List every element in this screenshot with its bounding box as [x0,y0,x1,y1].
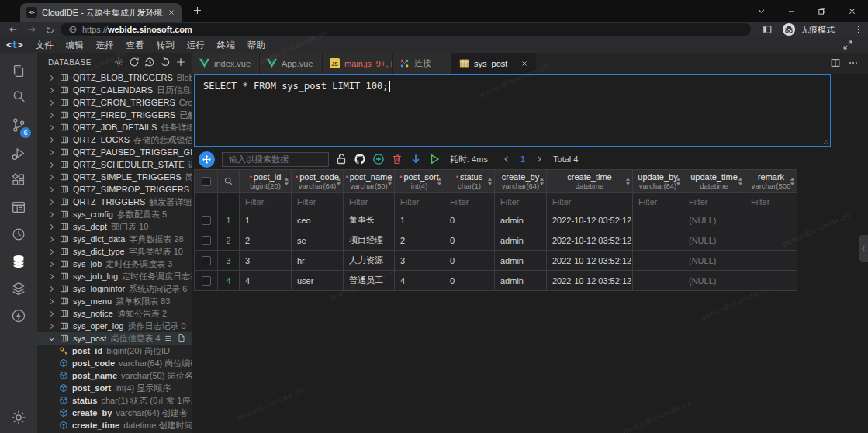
cell-create_by[interactable]: admin [495,210,547,230]
sort-icon[interactable] [539,177,545,185]
tree-item-QRTZ_CRON_TRIGGERS[interactable]: QRTZ_CRON_TRIGGERSCron类型... [37,96,192,109]
cell-create_time[interactable]: 2022-10-12 03:52:12 [547,271,633,291]
download-icon[interactable] [410,153,422,165]
menu-item-5[interactable]: 运行 [181,40,211,51]
tree-item-sys_dict_type[interactable]: sys_dict_type字典类型表 10 [37,245,192,258]
cell-create_by[interactable]: admin [495,251,547,271]
tree-item-sys_dict_data[interactable]: sys_dict_data字典数据表 28 [37,233,192,245]
more-actions-icon[interactable] [848,57,859,68]
cell-status[interactable]: 0 [444,251,495,271]
cell-create_time[interactable]: 2022-10-12 03:52:12 [547,230,633,251]
row-number[interactable]: 2 [218,230,240,251]
column-header-update_by[interactable]: update_byvarchar(64) [633,170,683,193]
filter-input-post_code[interactable]: Filter [292,193,344,210]
activity-app-preview-icon[interactable] [0,196,37,219]
row-number[interactable]: 1 [218,210,240,230]
tree-item-sys_oper_log[interactable]: sys_oper_log操作日志记录 0 [37,320,192,332]
fullscreen-icon[interactable] [842,40,853,50]
column-header-remark[interactable]: remarkvarchar(500 [745,170,797,193]
cell-post_code[interactable]: ceo [292,210,344,230]
sidebar-refresh-icon[interactable] [160,57,171,68]
run-query-icon[interactable] [428,153,441,165]
cell-post_sort[interactable]: 1 [395,210,444,230]
activity-search-icon[interactable] [0,85,37,108]
cell-status[interactable]: 0 [444,230,495,251]
back-icon[interactable] [8,24,19,35]
cell-create_time[interactable]: 2022-10-12 03:52:12 [547,210,633,230]
sort-icon[interactable] [284,177,289,185]
filter-input-post_id[interactable]: Filter [240,193,292,210]
tree-item-QRTZ_LOCKS[interactable]: QRTZ_LOCKS存储的悲观锁信息表 2 [37,133,192,146]
cell-update_time[interactable]: (NULL) [683,251,745,271]
list-icon[interactable] [164,334,173,343]
tree-item-QRTZ_FIRED_TRIGGERS[interactable]: QRTZ_FIRED_TRIGGERS已触发的触... [37,109,192,121]
column-header-post_sort[interactable]: •post_sortint(4) [395,170,444,193]
row-number[interactable]: 4 [218,271,240,291]
sql-editor[interactable]: SELECT * FROM sys_post LIMIT 100; [194,74,831,147]
tree-item-sys_config[interactable]: sys_config参数配置表 5 [37,208,192,220]
cell-post_id[interactable]: 2 [240,230,292,251]
split-screen-icon[interactable] [762,24,773,35]
cell-post_code[interactable]: se [292,230,344,251]
tree-item-sys_post[interactable]: sys_post岗位信息表 4 [37,332,192,345]
browser-menu-icon[interactable] [853,24,864,35]
forward-icon[interactable] [26,24,37,35]
cell-create_by[interactable]: admin [495,230,547,251]
grid-search[interactable] [218,170,240,193]
cell-post_sort[interactable]: 2 [395,230,444,251]
row-checkbox[interactable] [195,230,218,251]
menu-item-4[interactable]: 转到 [150,40,181,51]
column-header-create_time[interactable]: create_timedatetime [547,170,633,193]
menu-item-3[interactable]: 查看 [120,40,150,51]
prev-page-icon[interactable] [502,154,511,164]
cell-create_time[interactable]: 2022-10-12 03:52:12 [547,251,633,271]
column-header-create_by[interactable]: create_byvarchar(64) [495,170,547,193]
sidebar-sync-icon[interactable] [129,57,140,68]
tab-close-icon[interactable] [520,60,528,68]
cell-update_time[interactable]: (NULL) [683,230,745,251]
sidebar-add-icon[interactable] [175,57,186,68]
tree-item-QRTZ_PAUSED_TRIGGER_GRPS[interactable]: QRTZ_PAUSED_TRIGGER_GRPS暂... [37,146,192,158]
menu-item-2[interactable]: 选择 [90,40,120,51]
tree-column-post_name[interactable]: post_namevarchar(50) 岗位名称 [54,369,192,382]
add-row-icon[interactable] [372,153,385,165]
filter-input-update_time[interactable]: Filter [683,193,745,210]
row-number[interactable]: 3 [218,251,240,271]
tree-column-post_sort[interactable]: post_sortint(4) 显示顺序 [54,382,192,394]
cell-update_time[interactable]: (NULL) [683,271,745,291]
unlock-icon[interactable] [335,153,348,165]
tree-item-QRTZ_SIMPLE_TRIGGERS[interactable]: QRTZ_SIMPLE_TRIGGERS简单触发... [37,171,192,183]
menu-item-7[interactable]: 帮助 [241,40,271,51]
cell-post_id[interactable]: 1 [240,210,292,230]
sort-icon[interactable] [676,177,681,185]
editor-tab-main.js[interactable]: JSmain.js9+, M [323,53,393,74]
menu-item-0[interactable]: 文件 [29,40,60,51]
cell-create_by[interactable]: admin [495,271,547,291]
filter-input-status[interactable]: Filter [444,193,495,210]
tree-item-QRTZ_SCHEDULER_STATE[interactable]: QRTZ_SCHEDULER_STATE调度器状... [37,158,192,171]
activity-run-debug-icon[interactable] [0,142,37,165]
sort-icon[interactable] [387,177,393,185]
cell-post_id[interactable]: 3 [240,251,292,271]
tree-item-sys_dept[interactable]: sys_dept部门表 10 [37,220,192,233]
cell-post_sort[interactable]: 4 [395,271,444,291]
search-input[interactable] [222,152,329,167]
next-page-icon[interactable] [534,154,544,164]
column-header-status[interactable]: •statuschar(1) [444,170,495,193]
new-tab-icon[interactable] [192,5,202,16]
filter-input-post_sort[interactable]: Filter [395,193,444,210]
window-menu-chevron-icon[interactable] [756,6,766,16]
tree-item-QRTZ_TRIGGERS[interactable]: QRTZ_TRIGGERS触发器详细信息表 3 [37,196,192,208]
filter-input-create_by[interactable]: Filter [495,193,547,210]
cell-remark[interactable] [745,251,797,271]
cell-status[interactable]: 0 [444,210,495,230]
cell-update_by[interactable] [633,230,683,251]
cell-post_name[interactable]: 董事长 [344,210,395,230]
browser-tab[interactable]: <> CloudIDE - 云原生集成开发环境 [20,3,182,22]
cell-update_by[interactable] [633,210,683,230]
column-header-update_time[interactable]: update_timedatetime [683,170,745,193]
sidebar-settings-gear-icon[interactable] [113,57,124,68]
activity-settings-gear-icon[interactable] [0,406,37,429]
activity-extensions-icon[interactable] [0,168,37,192]
menu-item-1[interactable]: 编辑 [60,40,90,51]
